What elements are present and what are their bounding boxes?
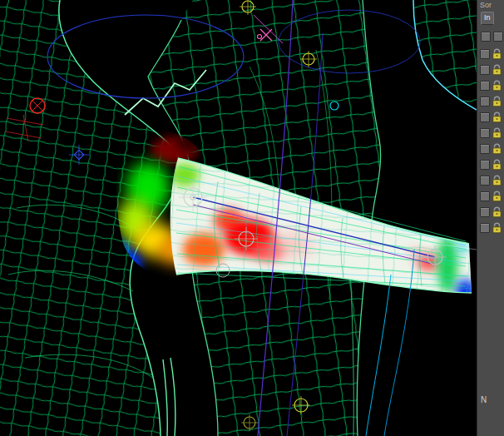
display-toggle-button[interactable]: [480, 160, 490, 170]
influence-lock-list: [477, 45, 504, 233]
influence-row: [480, 222, 504, 233]
lock-icon[interactable]: [492, 127, 502, 139]
right-panel: Sor In: [477, 0, 504, 436]
display-toggle-button[interactable]: [480, 97, 490, 107]
influence-row: [480, 111, 504, 122]
display-toggle-button[interactable]: [480, 112, 490, 122]
tab-inputs-label: In: [484, 13, 491, 22]
display-toggle-button[interactable]: [480, 49, 490, 59]
toggle-button[interactable]: [481, 32, 491, 42]
lock-icon[interactable]: [492, 111, 502, 123]
influence-row: [480, 64, 504, 75]
lock-icon[interactable]: [492, 222, 502, 234]
lock-icon[interactable]: [492, 159, 502, 171]
influence-row: [480, 191, 504, 201]
display-toggle-button[interactable]: [480, 191, 490, 201]
lock-icon[interactable]: [492, 64, 502, 76]
display-toggle-button[interactable]: [480, 81, 490, 91]
display-toggle-button[interactable]: [480, 207, 490, 217]
influence-row: [480, 143, 504, 154]
influence-row: [480, 127, 504, 138]
sort-label: Sor: [480, 1, 492, 9]
panel-toolbar: [477, 25, 504, 45]
tab-inputs[interactable]: In: [481, 12, 494, 25]
influence-row: [480, 48, 504, 59]
toggle-button[interactable]: [493, 32, 503, 42]
influence-row: [480, 96, 504, 107]
lock-icon[interactable]: [492, 48, 502, 60]
lock-icon[interactable]: [492, 175, 502, 186]
display-toggle-button[interactable]: [480, 223, 490, 233]
display-toggle-button[interactable]: [480, 65, 490, 75]
display-toggle-button[interactable]: [480, 128, 490, 138]
influence-row: [480, 80, 504, 91]
viewport-canvas: [0, 0, 477, 436]
dcc-app-window: Sor In: [0, 0, 504, 436]
notes-label: N: [477, 395, 504, 404]
influence-row: [480, 206, 504, 217]
display-toggle-button[interactable]: [480, 144, 490, 154]
viewport-3d[interactable]: [0, 0, 477, 436]
influence-row: [480, 159, 504, 170]
lock-icon[interactable]: [492, 96, 502, 107]
lock-icon[interactable]: [492, 80, 502, 92]
lock-icon[interactable]: [492, 143, 502, 155]
display-toggle-button[interactable]: [480, 176, 490, 186]
lock-icon[interactable]: [492, 206, 502, 218]
influence-row: [480, 175, 504, 186]
panel-header: Sor In: [477, 0, 504, 25]
lock-icon[interactable]: [492, 191, 502, 202]
